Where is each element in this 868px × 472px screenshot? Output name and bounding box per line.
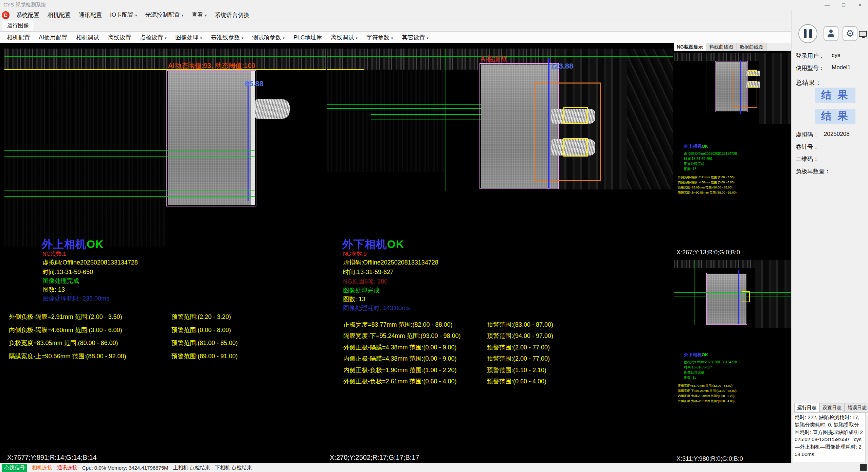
tab-ng-screenshot[interactable]: NG截图显示 — [674, 43, 706, 51]
close-icon[interactable]: × — [852, 0, 868, 10]
comm-link-indicator: 通讯连接 — [57, 465, 77, 471]
measure-left: 正极宽度=83.77mm 范围:(82.00 - 88.00) — [343, 321, 453, 329]
measure-left: 内侧负极-隔膜=4.60mm 范围:(3.00 - 6.00) — [9, 326, 122, 334]
cam1-title: 外上相机OK — [42, 237, 104, 252]
tool-plc-address[interactable]: PLC地址库 — [290, 32, 326, 43]
tool-baseline-params[interactable]: 基准线参数 — [207, 32, 247, 43]
maximize-icon[interactable]: □ — [835, 0, 852, 10]
tool-label: 离线设置 — [108, 34, 131, 41]
menu-language-switch[interactable]: 系统语言切换 — [211, 10, 254, 20]
login-user-label: 登录用户： — [796, 52, 825, 60]
thumb2-measure: 正极宽度=83.77mm 范围:(82.00 - 88.00) — [678, 384, 733, 388]
measure-left: 内侧正极-负极=1.90mm 范围:(1.00 - 2.20) — [343, 366, 457, 374]
tool-offline-settings[interactable]: 离线设置 — [104, 32, 135, 43]
cam1-measure-line-green — [4, 196, 255, 197]
tab-settings-log[interactable]: 设置日志 — [819, 403, 845, 413]
thumb1-measure: 外侧负极-隔膜=2.91mm 范围:(2.00 - 3.50) — [678, 175, 735, 180]
cam1-bright-strip — [251, 71, 255, 205]
cam2-title-name: 外下相机 — [342, 238, 387, 250]
roll-pin-label: 卷针号： — [796, 143, 819, 151]
menu-io-card-config[interactable]: IO卡配置 — [106, 10, 141, 21]
menu-light-control-config[interactable]: 光源控制配置 — [141, 10, 187, 21]
run-log-text: 耗时: 222, 缺陷检测耗时: 17, 缺陷分类耗时: 0, 缺陷提取分区耗时… — [793, 413, 866, 462]
log-tab-bar: 运行日志 设置日志 错误日志 — [794, 403, 868, 413]
ng-screenshot-panel: NG截图显示 料线曲线图 数据曲线图 外上相机OK 虚拟码:Offline202… — [674, 43, 791, 463]
settings-button[interactable]: ⚙ — [843, 26, 857, 41]
thumb1-blue-line — [740, 60, 741, 114]
cam2-ng-count: NG次数:0 — [343, 251, 366, 258]
tool-ai-use-config[interactable]: AI使用配置 — [35, 32, 71, 43]
pause-icon — [804, 29, 807, 38]
measure-left: 外侧正极-负极=2.61mm 范围:(0.60 - 4.00) — [343, 377, 457, 385]
heartbeat-indicator: 心跳信号 — [2, 464, 27, 472]
thumb2-green-line — [674, 296, 791, 296]
menu-comm-config[interactable]: 通讯配置 — [75, 10, 106, 20]
negative-tab-count-label: 负极耳数量： — [796, 167, 830, 175]
model-label: 使用型号： — [796, 64, 825, 72]
cam2-defect-box-1 — [563, 107, 588, 124]
measure-right: 预警范围:(83.00 - 87.00) — [487, 321, 553, 329]
cam1-metal-tab — [255, 99, 290, 119]
tool-camera-debug[interactable]: 相机调试 — [72, 32, 103, 43]
measure-right: 预警范围:(0.00 - 8.00) — [171, 326, 231, 334]
thumb1-coords: X:267;Y:13;R:0;G:0;B:0 — [676, 249, 740, 256]
user-button[interactable] — [824, 26, 838, 41]
tab-material-curve[interactable]: 料线曲线图 — [706, 43, 737, 51]
monitor-icon[interactable] — [859, 31, 867, 37]
tool-image-processing[interactable]: 图像处理 — [172, 32, 206, 43]
tray-icon[interactable] — [860, 464, 867, 471]
measure-left: 外侧正极-隔膜=4.38mm 范围:(0.00 - 9.00) — [343, 343, 457, 351]
cam1-cursor-coords: X:7677;Y:891;R:14;G:14;B:14 — [7, 454, 97, 461]
tool-offline-debug[interactable]: 离线调试 — [327, 32, 361, 43]
cam2-measure-line-blue — [548, 58, 549, 188]
camera-view-lower[interactable]: AI检测框 123.88 外下相机OK NG次数:0 虚拟码:Offline20… — [327, 44, 673, 463]
tool-other-settings[interactable]: 其它设置 — [398, 32, 432, 43]
tab-data-curve[interactable]: 数据曲线图 — [737, 43, 767, 51]
minimize-icon[interactable]: — — [819, 0, 835, 10]
cam1-baseline-green — [4, 56, 326, 57]
cam2-time: 时间:13-31-59-627 — [343, 268, 394, 276]
gear-icon: ⚙ — [846, 29, 854, 38]
cam1-process-done: 图像处理完成 — [42, 277, 79, 285]
virtual-code-label: 虚拟码： — [796, 131, 819, 139]
menu-camera-config[interactable]: 相机配置 — [43, 10, 75, 20]
upper-camera-status: 上相机:点检结束 — [173, 465, 210, 471]
cam1-ai-threshold-label: AI动态阈值:93, 动态阈值:100 — [168, 61, 255, 70]
menu-system-config[interactable]: 系统配置 — [12, 10, 43, 20]
tool-testitem-params[interactable]: 测试项参数 — [249, 32, 289, 43]
thumb1-defect-box — [748, 70, 757, 76]
thumb1-title: 外上相机OK — [684, 143, 708, 149]
tool-camera-config[interactable]: 相机配置 — [3, 32, 34, 43]
thumb1-measure: 内侧负极-隔膜=4.60mm 范围:(3.00 - 6.00) — [678, 180, 735, 185]
ng-thumbnail-2[interactable]: 外下相机OK 虚拟码:Offline20250208133134728 时间:1… — [674, 260, 791, 454]
tool-char-params[interactable]: 字符参数 — [363, 32, 397, 43]
tab-error-log[interactable]: 错误日志 — [845, 403, 868, 413]
thumb2-info: 图像处理完成 — [684, 370, 704, 375]
app-logo-icon: C — [2, 11, 10, 19]
thumb1-title-name: 外上相机 — [684, 144, 702, 149]
thumb1-info: 图数: 13 — [684, 167, 697, 171]
pause-button[interactable] — [798, 24, 817, 43]
cam2-ai-detect-box — [534, 83, 601, 181]
tool-spotcheck-settings[interactable]: 点检设置 — [136, 32, 170, 43]
camera-view-upper[interactable]: AI动态阈值:93, 动态阈值:100 65.88 外上相机OK NG次数:1 … — [4, 44, 326, 463]
thumb1-info: 时间:13-31-59-650 — [684, 157, 712, 161]
thumb1-green-vline — [706, 53, 706, 114]
tab-run-log[interactable]: 运行日志 — [794, 403, 819, 413]
measure-right: 预警范围:(2.00 - 77.00) — [487, 355, 550, 363]
ng-tab-bar: NG截图显示 料线曲线图 数据曲线图 — [674, 43, 791, 51]
measure-left: 外侧负极-隔膜=2.91mm 范围:(2.00 - 3.50) — [9, 313, 122, 321]
thumb1-defect-box — [748, 81, 757, 88]
tab-run-image[interactable]: 运行图像 — [2, 20, 34, 31]
thumb2-measure: 隔膜宽度-下=95.24mm 范围:(93.00 - 98.00) — [678, 389, 737, 393]
titlebar: CYS-视觉检测系统 — □ × — [0, 0, 868, 10]
ng-thumbnail-1[interactable]: 外上相机OK 虚拟码:Offline20250208133134728 时间:1… — [674, 51, 791, 247]
status-bar: 心跳信号 相机连接 通讯连接 Cpu: 0.0% Memory: 3424.41… — [0, 463, 868, 472]
tab-row: 运行图像 — [0, 20, 868, 32]
tool-label: PLC地址库 — [293, 34, 322, 41]
cam2-frame-count: 图数: 13 — [343, 295, 365, 303]
cam1-baseline-yellow — [4, 69, 326, 70]
cam1-measure-line-blue — [248, 82, 249, 201]
menu-view[interactable]: 查看 — [187, 10, 211, 21]
thumb2-green-line — [674, 292, 791, 293]
